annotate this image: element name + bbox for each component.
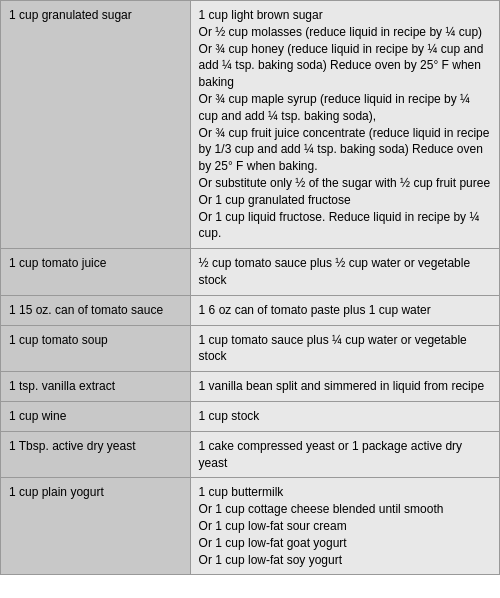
ingredient-cell: 1 cup plain yogurt — [1, 478, 191, 575]
ingredient-cell: 1 cup wine — [1, 401, 191, 431]
substitution-table: 1 cup granulated sugar1 cup light brown … — [0, 0, 500, 575]
substitution-cell: ½ cup tomato sauce plus ½ cup water or v… — [190, 249, 499, 296]
substitution-cell: 1 vanilla bean split and simmered in liq… — [190, 372, 499, 402]
substitution-cell: 1 cup buttermilkOr 1 cup cottage cheese … — [190, 478, 499, 575]
substitution-cell: 1 6 oz can of tomato paste plus 1 cup wa… — [190, 295, 499, 325]
table-row: 1 cup granulated sugar1 cup light brown … — [1, 1, 500, 249]
ingredient-cell: 1 cup granulated sugar — [1, 1, 191, 249]
table-row: 1 cup tomato juice½ cup tomato sauce plu… — [1, 249, 500, 296]
table-row: 1 15 oz. can of tomato sauce1 6 oz can o… — [1, 295, 500, 325]
table-row: 1 cup wine1 cup stock — [1, 401, 500, 431]
ingredient-cell: 1 cup tomato juice — [1, 249, 191, 296]
ingredient-cell: 1 cup tomato soup — [1, 325, 191, 372]
ingredient-cell: 1 15 oz. can of tomato sauce — [1, 295, 191, 325]
substitution-cell: 1 cup stock — [190, 401, 499, 431]
table-row: 1 cup tomato soup1 cup tomato sauce plus… — [1, 325, 500, 372]
table-row: 1 Tbsp. active dry yeast1 cake compresse… — [1, 431, 500, 478]
substitution-cell: 1 cake compressed yeast or 1 package act… — [190, 431, 499, 478]
substitution-cell: 1 cup light brown sugarOr ½ cup molasses… — [190, 1, 499, 249]
substitution-cell: 1 cup tomato sauce plus ¼ cup water or v… — [190, 325, 499, 372]
ingredient-cell: 1 tsp. vanilla extract — [1, 372, 191, 402]
table-row: 1 tsp. vanilla extract1 vanilla bean spl… — [1, 372, 500, 402]
table-row: 1 cup plain yogurt1 cup buttermilkOr 1 c… — [1, 478, 500, 575]
ingredient-cell: 1 Tbsp. active dry yeast — [1, 431, 191, 478]
